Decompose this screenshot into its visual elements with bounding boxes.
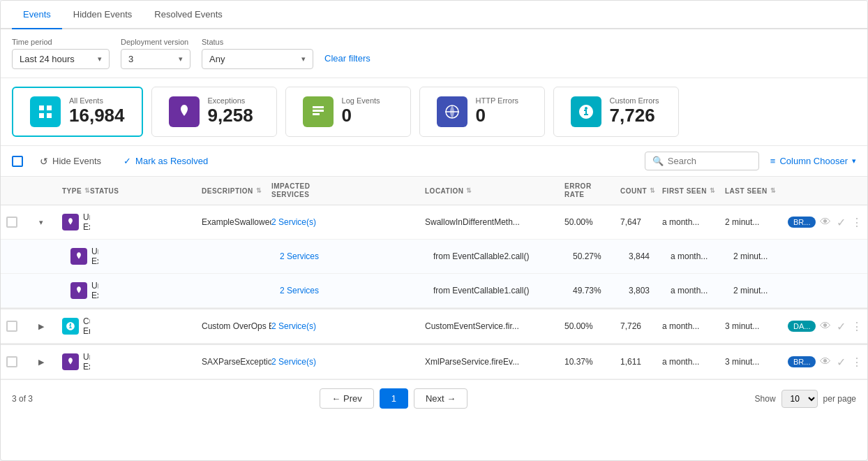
row-description-cell: SAXParseException: XML d...: [202, 357, 271, 367]
per-page-select[interactable]: 10 25 50: [781, 390, 818, 408]
pagination: ← Prev 1 Next →: [320, 388, 467, 409]
row-count-cell: 3,844: [629, 251, 671, 261]
row-error-rate-cell: 50.00%: [564, 217, 620, 227]
exceptions-card[interactable]: Exceptions 9,258: [151, 87, 277, 137]
svg-rect-0: [39, 105, 44, 110]
prev-button[interactable]: ← Prev: [320, 388, 373, 409]
custom-errors-card[interactable]: Custom Errors 7,726: [553, 87, 679, 137]
row-expand-cell[interactable]: ▾: [34, 215, 62, 229]
log-events-text: Log Events 0: [342, 96, 380, 126]
tab-hidden-events[interactable]: Hidden Events: [62, 1, 144, 29]
events-table: TYPE⇅ STATUS DESCRIPTION⇅ IMPACTEDSERVIC…: [1, 177, 867, 379]
action-icons: 👁 ✓ ⋮: [820, 356, 862, 369]
row-checkbox-cell[interactable]: [6, 356, 34, 367]
http-errors-card[interactable]: HTTP Errors 0: [419, 87, 545, 137]
sort-icon: ⇅: [256, 187, 262, 194]
expand-button[interactable]: ▶: [34, 355, 48, 369]
services-link[interactable]: 2 Service(s): [271, 321, 316, 331]
more-icon[interactable]: ⋮: [851, 320, 862, 333]
services-link[interactable]: 2 Service(s): [271, 217, 316, 227]
label-badge[interactable]: DA...: [788, 321, 816, 332]
status-label: Status: [202, 38, 313, 46]
services-link[interactable]: 2 Services: [280, 286, 319, 295]
hide-icon[interactable]: 👁: [820, 356, 831, 368]
log-events-card[interactable]: Log Events 0: [285, 87, 411, 137]
row-services-cell[interactable]: 2 Service(s): [271, 217, 425, 227]
mark-resolved-label: Mark as Resolved: [135, 156, 208, 166]
row-count-cell: 7,647: [620, 217, 662, 227]
table-row: Uncaught Exce... 2 Services from EventCa…: [1, 274, 867, 308]
all-events-card[interactable]: All Events 16,984: [12, 87, 143, 137]
row-first-seen-cell: a month...: [662, 321, 725, 331]
http-errors-value: 0: [476, 105, 519, 126]
row-first-seen-cell: a month...: [662, 357, 725, 367]
status-select[interactable]: Any ▾: [202, 49, 313, 69]
col-type: TYPE⇅: [62, 187, 90, 195]
row-last-seen-cell: 2 minut...: [725, 217, 788, 227]
page-1-button[interactable]: 1: [380, 388, 408, 409]
col-services: IMPACTEDSERVICES: [271, 182, 425, 199]
svg-rect-6: [313, 113, 320, 115]
column-chooser-button[interactable]: ≡ Column Chooser ▾: [770, 156, 856, 166]
select-all-checkbox[interactable]: [12, 156, 23, 167]
search-input[interactable]: [668, 156, 751, 166]
search-icon: 🔍: [652, 156, 664, 166]
all-events-value: 16,984: [69, 105, 125, 126]
row-location-cell: from EventCallable2.call(): [433, 251, 573, 261]
next-button[interactable]: Next →: [414, 388, 467, 409]
search-box[interactable]: 🔍: [645, 152, 759, 170]
all-events-icon: [30, 96, 61, 127]
custom-errors-text: Custom Errors 7,726: [610, 96, 659, 126]
table-toolbar: ↺ Hide Events ✓ Mark as Resolved 🔍 ≡ Col…: [1, 146, 867, 177]
deployment-filter: Deployment version 3 ▾: [121, 38, 190, 69]
row-type-cell: Custom Error: [62, 316, 90, 336]
svg-rect-3: [47, 113, 52, 118]
exceptions-value: 9,258: [208, 105, 253, 126]
row-services-cell[interactable]: 2 Services: [280, 251, 433, 261]
row-expand-cell[interactable]: ▶: [34, 355, 62, 369]
more-icon[interactable]: ⋮: [851, 216, 862, 229]
clear-filters-button[interactable]: Clear filters: [324, 53, 371, 69]
services-link[interactable]: 2 Service(s): [271, 357, 316, 367]
row-type-label: Uncaught Exce...: [83, 212, 90, 232]
status-filter: Status Any ▾: [202, 38, 313, 69]
col-last-seen: LAST SEEN⇅: [725, 187, 788, 195]
deployment-select[interactable]: 3 ▾: [121, 49, 190, 69]
row-services-cell[interactable]: 2 Service(s): [271, 321, 425, 331]
hide-icon[interactable]: 👁: [820, 320, 831, 332]
row-first-seen-cell: a month...: [671, 251, 733, 261]
chevron-down-icon: ▾: [179, 54, 183, 64]
time-period-select[interactable]: Last 24 hours ▾: [12, 49, 110, 69]
row-last-seen-cell: 3 minut...: [725, 357, 788, 367]
row-location-cell: XmlParseService.fireEv...: [425, 357, 564, 367]
more-icon[interactable]: ⋮: [851, 356, 862, 369]
row-checkbox-cell[interactable]: [6, 321, 34, 332]
tab-resolved-events[interactable]: Resolved Events: [143, 1, 234, 29]
row-expand-cell[interactable]: ▶: [34, 319, 62, 333]
row-checkbox[interactable]: [6, 217, 17, 228]
check-action-icon[interactable]: ✓: [837, 320, 846, 333]
table-row: Uncaught Exce... 2 Services from EventCa…: [1, 240, 867, 274]
row-checkbox[interactable]: [6, 321, 17, 332]
check-action-icon[interactable]: ✓: [837, 216, 846, 229]
label-badge[interactable]: BR...: [788, 217, 816, 228]
tab-events[interactable]: Events: [12, 1, 62, 29]
chevron-down-icon: ▾: [852, 156, 856, 166]
expand-button[interactable]: ▾: [34, 215, 48, 229]
row-type-label: Custom Error: [83, 316, 90, 336]
row-services-cell[interactable]: 2 Services: [280, 286, 433, 295]
services-link[interactable]: 2 Services: [280, 251, 319, 261]
hide-events-button[interactable]: ↺ Hide Events: [34, 153, 107, 170]
expand-button[interactable]: ▶: [34, 319, 48, 333]
mark-resolved-button[interactable]: ✓ Mark as Resolved: [118, 153, 214, 169]
row-type-cell: Uncaught Exce...: [70, 247, 98, 266]
check-action-icon[interactable]: ✓: [837, 356, 846, 369]
label-badge[interactable]: BR...: [788, 356, 816, 367]
row-checkbox-cell[interactable]: [6, 217, 34, 228]
row-error-rate-cell: 49.73%: [573, 286, 629, 295]
row-actions-cell: DA... 👁 ✓ ⋮: [788, 320, 868, 333]
hide-icon[interactable]: 👁: [820, 216, 831, 228]
all-events-text: All Events 16,984: [69, 96, 125, 126]
row-services-cell[interactable]: 2 Service(s): [271, 357, 425, 367]
row-checkbox[interactable]: [6, 356, 17, 367]
